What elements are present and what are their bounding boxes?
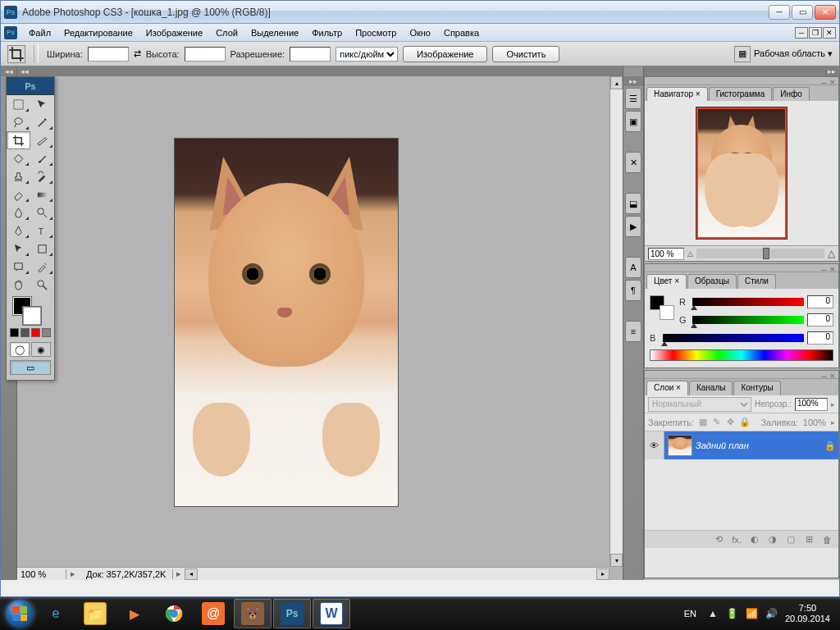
tab-color[interactable]: Цвет × [646,274,687,289]
dock-layercomps-icon[interactable]: ⬓ [625,193,641,214]
shape-tool-icon[interactable] [30,240,54,258]
units-select[interactable]: пикс/дюйм [336,47,398,62]
menu-edit[interactable]: Редактирование [57,25,139,40]
scroll-down-icon[interactable]: ▾ [610,554,623,567]
group-icon[interactable]: ▢ [784,533,797,546]
collapse-mid-icon[interactable]: ▸▸ [623,76,643,86]
width-input[interactable] [88,47,129,62]
menu-select[interactable]: Выделение [244,25,305,40]
tab-paths[interactable]: Контуры [733,381,780,395]
workspace-icon[interactable]: ▦ [734,46,751,62]
menu-filter[interactable]: Фильтр [305,25,349,40]
navigator-thumbnail[interactable] [696,107,787,239]
notes-tool-icon[interactable] [7,258,30,276]
doc-minimize-button[interactable]: ─ [795,27,808,39]
tray-flag-icon[interactable]: ▲ [706,607,719,620]
mini-swatch[interactable] [10,328,19,337]
tools-palette[interactable]: Ps T [6,76,55,381]
mini-swatch[interactable] [42,328,51,337]
layer-thumbnail[interactable] [668,435,692,456]
r-slider[interactable] [692,298,804,306]
tab-channels[interactable]: Каналы [689,381,733,395]
menu-layer[interactable]: Слой [209,25,244,40]
taskbar-photoshop-icon[interactable]: Ps [273,599,311,628]
wand-tool-icon[interactable] [30,113,54,131]
gradient-tool-icon[interactable] [30,185,54,203]
fill-value[interactable]: 100% [803,418,826,427]
panel-minimize-icon[interactable]: – [821,77,826,84]
layer-fx-icon[interactable]: fx. [730,533,743,546]
marquee-tool-icon[interactable] [7,95,30,113]
swap-icon[interactable]: ⇄ [134,48,141,59]
menu-image[interactable]: Изображение [139,25,209,40]
taskbar-ie-icon[interactable]: e [37,599,75,628]
vertical-scrollbar[interactable]: ▴ ▾ [609,76,623,567]
panel-close-icon[interactable]: × [830,264,835,272]
eraser-tool-icon[interactable] [7,185,30,203]
color-swatch-pair[interactable] [650,295,674,320]
titlebar[interactable]: Ps Adobe Photoshop CS3 - [кошка_1.jpg @ … [1,1,839,24]
dock-character-icon[interactable]: A [625,257,641,278]
height-input[interactable] [185,47,226,62]
screenmode-standard-icon[interactable]: ▭ [10,360,51,375]
zoom-value[interactable]: 100 % [17,569,66,579]
taskbar-mediaplayer-icon[interactable]: ▶ [116,599,153,628]
minimize-button[interactable]: ─ [769,5,790,20]
doc-restore-button[interactable]: ❐ [809,27,822,39]
panel-close-icon[interactable]: × [830,371,835,378]
brush-tool-icon[interactable] [30,149,54,167]
dock-brushes-icon[interactable]: ☰ [625,88,641,109]
menu-help[interactable]: Справка [437,25,486,40]
lock-transparency-icon[interactable]: ▦ [699,417,708,428]
tab-styles[interactable]: Стили [737,274,776,289]
clock[interactable]: 7:50 20.09.2014 [785,603,830,624]
tray-volume-icon[interactable]: 🔊 [765,607,778,620]
type-tool-icon[interactable]: T [30,221,54,240]
mini-swatch[interactable] [31,328,40,337]
tab-info[interactable]: Инфо [773,87,810,101]
stamp-tool-icon[interactable] [7,167,30,185]
crop-tool-icon[interactable] [7,45,25,63]
nav-zoom-value[interactable]: 100 % [648,248,684,260]
panel-close-icon[interactable]: × [830,77,835,84]
fill-menu-icon[interactable]: ▸ [831,418,835,427]
g-value[interactable]: 0 [807,313,833,326]
dock-actions-icon[interactable]: ▶ [625,216,641,237]
nav-zoom-slider[interactable] [696,249,824,258]
dodge-tool-icon[interactable] [30,203,54,221]
quickmask-off-icon[interactable]: ◯ [10,342,30,357]
menu-window[interactable]: Окно [403,25,437,40]
new-layer-icon[interactable]: ⊞ [802,533,815,546]
path-select-tool-icon[interactable] [7,240,30,258]
blend-mode-select[interactable]: Нормальный [648,397,751,412]
scroll-right-icon[interactable]: ▸ [596,568,609,580]
slice-tool-icon[interactable] [30,131,54,149]
move-tool-icon[interactable] [30,95,54,113]
r-value[interactable]: 0 [807,295,833,308]
opacity-value[interactable]: 100% [795,398,828,411]
history-brush-tool-icon[interactable] [30,167,54,185]
mini-swatch[interactable] [21,328,30,337]
scroll-up-icon[interactable]: ▴ [610,76,623,89]
spectrum-bar[interactable] [650,349,833,361]
taskbar-word-icon[interactable]: W [313,599,350,628]
color-swatches[interactable] [7,294,54,328]
taskbar-explorer-icon[interactable]: 📁 [76,599,114,628]
panel-minimize-icon[interactable]: – [821,371,826,378]
background-swatch[interactable] [23,307,41,325]
taskbar-mail-icon[interactable]: @ [194,599,232,628]
start-button[interactable] [3,597,36,630]
layer-name[interactable]: Задний план [696,441,822,450]
hand-tool-icon[interactable] [7,276,30,294]
b-value[interactable]: 0 [807,331,833,345]
taskbar-image-icon[interactable]: 🐻 [234,599,272,628]
crop-tool-icon[interactable] [7,131,30,149]
tab-navigator[interactable]: Навигатор × [646,87,708,101]
pen-tool-icon[interactable] [7,221,30,240]
document-canvas[interactable] [175,139,398,506]
dock-history-icon[interactable]: ≡ [625,321,641,342]
resolution-input[interactable] [290,47,331,62]
panel-minimize-icon[interactable]: – [821,264,826,272]
ps-menu-icon[interactable]: Ps [4,26,17,39]
menu-view[interactable]: Просмотр [349,25,403,40]
